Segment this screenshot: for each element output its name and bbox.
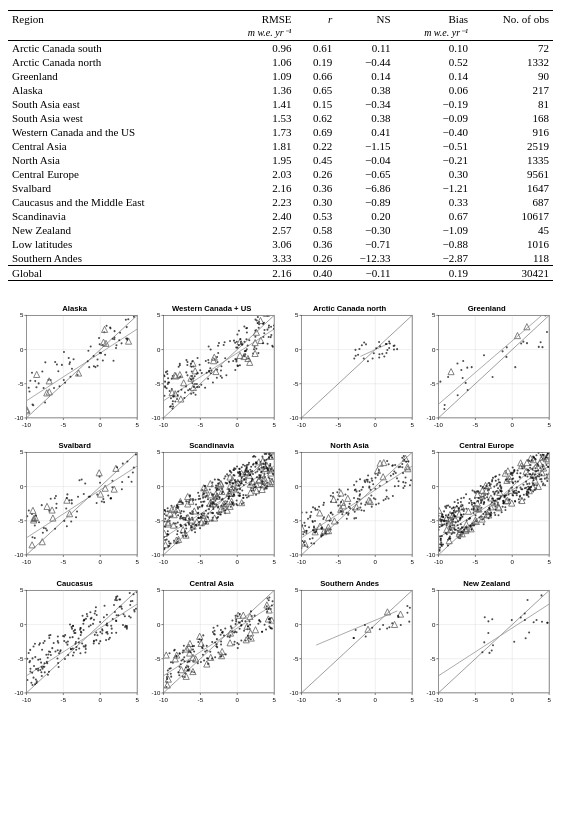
svg-point-2305 [241, 639, 243, 641]
svg-point-1253 [405, 448, 407, 450]
svg-point-1816 [539, 454, 541, 456]
svg-point-982 [271, 448, 273, 450]
svg-point-2035 [53, 642, 55, 644]
svg-point-1281 [363, 480, 365, 482]
svg-point-1182 [345, 518, 347, 520]
table-cell: −0.88 [395, 237, 473, 251]
svg-point-1310 [313, 543, 315, 545]
svg-point-2154 [216, 638, 218, 640]
svg-point-1850 [536, 475, 538, 477]
svg-point-1318 [323, 516, 325, 518]
svg-point-1244 [305, 530, 307, 532]
svg-point-919 [249, 484, 251, 486]
svg-point-327 [194, 375, 196, 377]
svg-point-1377 [515, 490, 517, 492]
svg-point-1455 [493, 486, 495, 488]
svg-point-904 [221, 492, 223, 494]
svg-point-2363 [397, 615, 399, 617]
svg-point-1965 [67, 654, 69, 656]
svg-point-1065 [210, 502, 212, 504]
svg-point-222 [223, 344, 225, 346]
svg-point-300 [272, 346, 274, 348]
svg-point-543 [121, 481, 123, 483]
svg-point-963 [198, 521, 200, 523]
svg-point-201 [264, 329, 266, 331]
table-cell: 0.15 [296, 97, 337, 111]
table-cell: New Zealand [8, 223, 218, 237]
svg-point-1758 [457, 508, 459, 510]
svg-point-1441 [544, 484, 546, 486]
svg-point-2040 [131, 599, 133, 601]
svg-point-41 [106, 325, 108, 327]
svg-point-1768 [471, 490, 473, 492]
svg-point-1636 [518, 491, 520, 493]
svg-point-1974 [101, 629, 103, 631]
svg-point-1770 [499, 485, 501, 487]
svg-point-2265 [193, 650, 195, 652]
svg-point-547 [65, 508, 67, 510]
svg-point-1737 [504, 509, 506, 511]
svg-point-1726 [545, 456, 547, 458]
svg-point-1786 [469, 525, 471, 527]
svg-point-205 [246, 338, 248, 340]
svg-point-1848 [441, 525, 443, 527]
svg-point-1648 [487, 499, 489, 501]
svg-point-108 [87, 350, 89, 352]
svg-point-657 [215, 485, 217, 487]
svg-point-2112 [182, 649, 184, 651]
svg-point-52 [68, 363, 70, 365]
svg-point-1225 [403, 485, 405, 487]
scatter-plot-svalbard: Svalbard-10-505-10-505 [8, 436, 141, 569]
svg-point-1527 [468, 502, 470, 504]
svg-point-1992 [39, 668, 41, 670]
svg-point-1906 [41, 648, 43, 650]
svg-point-2260 [249, 620, 251, 622]
svg-point-2070 [119, 605, 121, 607]
svg-point-996 [231, 501, 233, 503]
table-cell: 0.62 [296, 111, 337, 125]
svg-point-83 [115, 347, 117, 349]
svg-point-208 [205, 360, 207, 362]
svg-point-998 [197, 507, 199, 509]
svg-point-1968 [58, 665, 60, 667]
svg-point-1040 [176, 506, 178, 508]
svg-point-2416 [483, 641, 485, 643]
svg-point-1621 [516, 470, 518, 472]
table-cell: −12.33 [336, 251, 394, 266]
svg-point-335 [240, 338, 242, 340]
svg-point-385 [392, 348, 394, 350]
svg-point-524 [96, 494, 98, 496]
svg-point-542 [128, 476, 130, 478]
svg-point-1270 [309, 517, 311, 519]
svg-point-1554 [501, 506, 503, 508]
col-subheader-region [8, 26, 218, 41]
svg-point-63 [71, 368, 73, 370]
svg-point-1885 [44, 671, 46, 673]
table-cell: 0.11 [336, 41, 394, 56]
svg-point-2275 [232, 619, 234, 621]
svg-point-1187 [395, 478, 397, 480]
svg-point-266 [173, 395, 175, 397]
svg-point-328 [204, 387, 206, 389]
svg-point-316 [170, 397, 172, 399]
svg-point-431 [466, 389, 468, 391]
svg-point-1020 [190, 527, 192, 529]
table-cell: 1.36 [218, 83, 296, 97]
svg-point-999 [229, 495, 231, 497]
svg-point-1979 [47, 653, 49, 655]
svg-point-991 [268, 477, 270, 479]
svg-point-894 [207, 516, 209, 518]
svg-point-2153 [267, 597, 269, 599]
svg-point-304 [244, 350, 246, 352]
table-cell: 687 [472, 195, 553, 209]
svg-point-1285 [313, 520, 315, 522]
svg-point-452 [466, 367, 468, 369]
svg-point-2366 [354, 628, 356, 630]
svg-point-1659 [499, 496, 501, 498]
svg-text:-5: -5 [292, 380, 298, 387]
svg-point-1188 [360, 510, 362, 512]
svg-point-1083 [265, 464, 267, 466]
svg-point-961 [251, 490, 253, 492]
svg-point-1060 [164, 548, 166, 550]
svg-point-2010 [133, 587, 135, 589]
